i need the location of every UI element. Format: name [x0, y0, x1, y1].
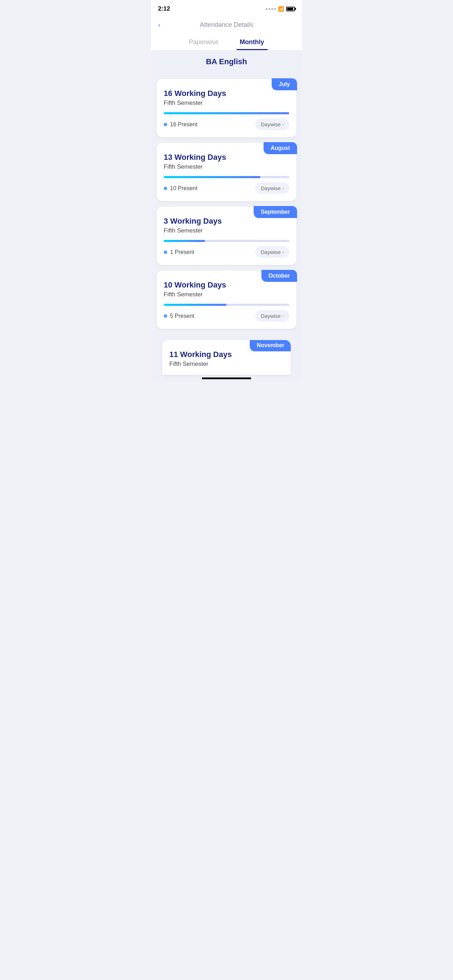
month-badge-july: July: [272, 78, 297, 90]
chevron-right-icon: ›: [282, 186, 284, 191]
back-button[interactable]: ‹: [158, 21, 161, 29]
semester-august: Fifth Semester: [164, 163, 289, 170]
chevron-right-icon: ›: [282, 313, 284, 318]
card-september: September 3 Working Days Fifth Semester …: [157, 207, 296, 265]
card-november: November 11 Working Days Fifth Semester: [162, 340, 291, 375]
home-indicator: [151, 375, 302, 382]
card-footer-september: 1 Present Daywise ›: [164, 246, 289, 258]
progress-bar-october: [164, 304, 289, 306]
home-bar: [202, 377, 251, 379]
signal-dots-icon: [265, 8, 276, 10]
progress-fill-september: [164, 240, 205, 242]
status-icons: 📶: [265, 6, 295, 12]
tabs-container: Paperwise Monthly: [151, 34, 302, 50]
header: ‹ Attendance Details: [151, 16, 302, 34]
present-info-september: 1 Present: [164, 249, 194, 255]
present-dot-september: [164, 250, 167, 254]
present-info-august: 10 Present: [164, 185, 197, 192]
wifi-icon: 📶: [278, 6, 284, 12]
daywise-button-august[interactable]: Daywise ›: [255, 182, 289, 194]
progress-bar-august: [164, 176, 289, 178]
semester-october: Fifth Semester: [164, 291, 289, 298]
working-days-july: 16 Working Days: [164, 89, 289, 98]
battery-icon: [286, 7, 295, 11]
chevron-right-icon: ›: [282, 122, 284, 127]
month-badge-september: September: [254, 206, 297, 218]
month-badge-october: October: [261, 270, 297, 282]
present-info-october: 5 Present: [164, 313, 194, 319]
present-dot-october: [164, 314, 167, 318]
tab-monthly[interactable]: Monthly: [236, 34, 268, 50]
cards-container: July 16 Working Days Fifth Semester 16 P…: [151, 73, 302, 334]
semester-september: Fifth Semester: [164, 227, 289, 234]
daywise-button-september[interactable]: Daywise ›: [255, 246, 289, 258]
tab-paperwise[interactable]: Paperwise: [185, 34, 222, 50]
section-title: BA English: [151, 50, 302, 73]
present-info-july: 16 Present: [164, 121, 197, 128]
present-dot-august: [164, 187, 167, 190]
header-title: Attendance Details: [200, 21, 253, 29]
semester-july: Fifth Semester: [164, 99, 289, 107]
month-badge-november: November: [250, 340, 291, 352]
card-footer-july: 16 Present Daywise ›: [164, 119, 289, 130]
daywise-button-october[interactable]: Daywise ›: [255, 310, 289, 322]
chevron-right-icon: ›: [282, 250, 284, 255]
semester-november: Fifth Semester: [169, 361, 284, 368]
card-august: August 13 Working Days Fifth Semester 10…: [157, 143, 296, 201]
progress-bar-july: [164, 112, 289, 114]
month-badge-august: August: [264, 142, 297, 154]
daywise-button-july[interactable]: Daywise ›: [255, 119, 289, 130]
progress-fill-august: [164, 176, 261, 178]
card-footer-august: 10 Present Daywise ›: [164, 182, 289, 194]
card-footer-october: 5 Present Daywise ›: [164, 310, 289, 322]
status-time: 2:12: [158, 5, 170, 12]
progress-bar-september: [164, 240, 289, 242]
card-october: October 10 Working Days Fifth Semester 5…: [157, 270, 296, 329]
progress-fill-october: [164, 304, 227, 306]
card-july: July 16 Working Days Fifth Semester 16 P…: [157, 79, 296, 137]
present-dot-july: [164, 123, 167, 126]
progress-fill-july: [164, 112, 289, 114]
status-bar: 2:12 📶: [151, 0, 302, 16]
